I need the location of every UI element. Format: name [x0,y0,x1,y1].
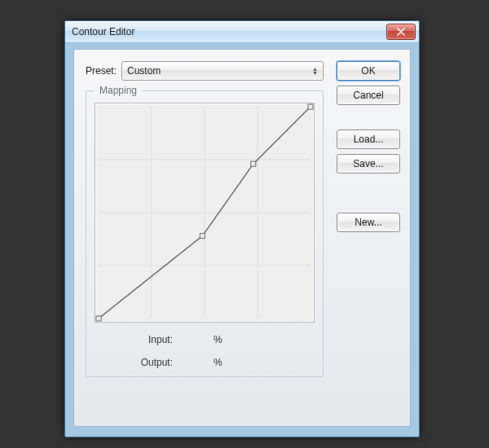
dialog-body: Preset: Custom ▲▼ Mapping [73,49,411,427]
button-column: OK Cancel Load... Save... New... [337,61,399,232]
window-title: Contour Editor [72,26,386,37]
cancel-button[interactable]: Cancel [337,86,400,105]
spacer [337,110,399,125]
load-button[interactable]: Load... [337,130,400,149]
output-unit: % [181,357,246,368]
new-button-label: New... [355,217,381,228]
curve-point[interactable] [200,234,205,239]
spacer [337,178,399,208]
save-button[interactable]: Save... [337,154,400,173]
ok-button-label: OK [361,65,375,77]
preset-value: Custom [127,65,161,77]
new-button[interactable]: New... [337,213,400,232]
output-label: Output: [95,357,181,368]
input-row: Input: % [95,334,315,345]
input-label: Input: [95,334,181,345]
curve-point[interactable] [251,161,256,166]
titlebar[interactable]: Contour Editor [65,21,419,43]
preset-label: Preset: [86,65,117,77]
load-button-label: Load... [354,134,384,145]
curve-point[interactable] [308,104,313,109]
mapping-legend: Mapping [95,85,142,96]
combobox-stepper-icon: ▲▼ [312,67,318,75]
curve-editor[interactable] [95,103,315,323]
mapping-fieldset: Mapping Input: % Output: % [86,90,324,377]
left-column: Preset: Custom ▲▼ Mapping [86,61,324,377]
curve-canvas [95,103,314,322]
ok-button[interactable]: OK [337,61,400,81]
save-button-label: Save... [353,158,383,169]
preset-combobox[interactable]: Custom ▲▼ [121,61,324,81]
dialog-window: Contour Editor Preset: Custom ▲▼ Mapping [64,20,420,437]
output-row: Output: % [95,357,315,368]
preset-row: Preset: Custom ▲▼ [86,61,324,81]
close-button[interactable] [386,24,416,40]
cancel-button-label: Cancel [353,90,383,101]
input-unit: % [181,334,246,345]
close-icon [396,28,406,36]
curve-point[interactable] [96,316,101,321]
